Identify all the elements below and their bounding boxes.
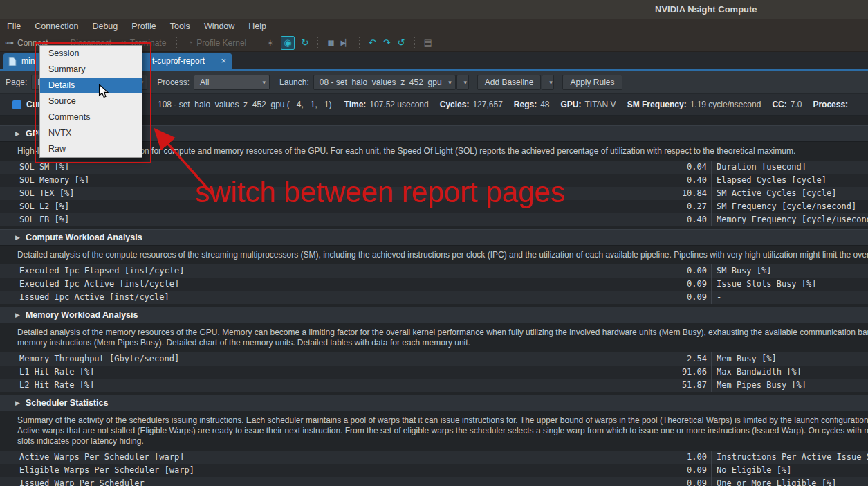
add-baseline-button[interactable]: Add Baseline: [477, 75, 542, 90]
chevron-down-icon: ▾: [549, 79, 553, 86]
metric-name: L2 Hit Rate [%]: [0, 379, 504, 392]
kernel-stat: Process:: [813, 100, 851, 109]
toolbar-separator: [359, 37, 360, 48]
metric-value: 0.09: [504, 291, 707, 304]
kernel-stat: GPU:TITAN V: [561, 100, 616, 109]
kernel-stat: Regs:48: [514, 100, 550, 109]
launch-select-value: 08 - set_halo_values_z_452_gpu: [320, 78, 442, 87]
tab-label-start: min: [21, 56, 35, 66]
metric-name-2: Mem Pipes Busy [%]: [711, 379, 868, 392]
pause-icon[interactable]: ▮▮: [327, 37, 333, 49]
report-file-icon: [8, 57, 17, 66]
auto-profile-icon[interactable]: ◉: [281, 36, 294, 50]
toolbar-separator: [257, 37, 257, 48]
kernel-stat-label: GPU:: [561, 100, 582, 109]
profile-kernel-button[interactable]: ◔Profile Kernel: [187, 37, 246, 48]
metric-value: 0.09: [504, 278, 707, 291]
metric-name-2: -: [711, 291, 868, 304]
section-description-scheduler-statistics: Summary of the activity of the scheduler…: [17, 415, 868, 447]
menu-window[interactable]: Window: [197, 19, 241, 34]
expand-triangle-icon: ▶: [15, 130, 20, 137]
run-to-next-kernel-icon[interactable]: ↶: [369, 37, 376, 49]
profile-series-icon[interactable]: ∗: [266, 37, 274, 49]
launch-dropdown-button[interactable]: ▾: [456, 75, 469, 90]
metric-name: Executed Ipc Active [inst/cycle]: [0, 278, 504, 291]
section-description-compute-workload-analysis: Detailed analysis of the compute resourc…: [17, 250, 868, 260]
profile-kernel-label: Profile Kernel: [196, 38, 246, 48]
titlebar[interactable]: NVIDIA Nsight Compute: [0, 0, 868, 19]
metric-value: 0.40: [504, 213, 707, 226]
table-row: L2 Hit Rate [%]51.87Mem Pipes Busy [%]: [0, 379, 868, 392]
process-select-value: All: [200, 78, 209, 87]
section-header-compute-workload-analysis[interactable]: ▶Compute Workload Analysis: [0, 229, 868, 246]
process-select[interactable]: All ▾: [194, 75, 270, 90]
metric-name: L1 Hit Rate [%]: [0, 366, 504, 379]
metric-name: Memory Throughput [Gbyte/second]: [0, 352, 504, 366]
baseline-color-swatch[interactable]: [12, 100, 21, 109]
metric-name-2: Duration [usecond]: [711, 161, 868, 174]
annotation-text: switch between report pages: [195, 176, 565, 209]
menu-file[interactable]: File: [0, 19, 28, 34]
metrics-table-scheduler-statistics: Active Warps Per Scheduler [warp]1.00Ins…: [0, 451, 868, 486]
apply-rules-button[interactable]: Apply Rules: [562, 75, 622, 90]
kernel-stat-label: Time:: [344, 100, 367, 109]
window-title: NVIDIA Nsight Compute: [655, 0, 757, 19]
run-to-next-api-call-icon[interactable]: ↷: [383, 37, 391, 49]
kernel-stats: 108 - set_halo_values_z_452_gpu ( 4, 1, …: [158, 100, 868, 109]
table-row: L1 Hit Rate [%]91.06Max Bandwidth [%]: [0, 366, 868, 379]
metric-value: 0.09: [504, 477, 707, 486]
chevron-down-icon: ▾: [448, 79, 452, 86]
kernel-name: 108 - set_halo_values_z_452_gpu ( 4, 1, …: [158, 100, 332, 109]
menu-debug[interactable]: Debug: [85, 19, 124, 34]
kernel-stat: SM Frequency:1.19 cycle/nsecond: [627, 100, 761, 109]
kernel-stat-value: 1.19 cycle/nsecond: [690, 100, 761, 109]
toolbar-separator: [317, 37, 318, 48]
expand-triangle-icon: ▶: [15, 312, 20, 318]
metric-name-2: SM Frequency [cycle/nsecond]: [711, 200, 868, 213]
menu-help[interactable]: Help: [241, 19, 273, 34]
kernel-stat-value: 7.0: [791, 100, 802, 109]
tab-close-icon[interactable]: ×: [221, 55, 226, 66]
menu-connection[interactable]: Connection: [28, 19, 85, 34]
metric-value: 1.00: [504, 451, 707, 464]
metric-name-2: No Eligible [%]: [711, 464, 868, 477]
menu-tools[interactable]: Tools: [163, 19, 197, 34]
toolbar-separator: [414, 37, 415, 48]
mouse-cursor: [98, 84, 109, 99]
kernel-stat-label: Regs:: [514, 100, 537, 109]
table-row: SOL FB [%]0.40Memory Frequency [cycle/us…: [0, 213, 868, 226]
kernel-stat-label: Process:: [813, 100, 848, 109]
metric-name-2: SM Busy [%]: [711, 264, 868, 278]
expand-triangle-icon: ▶: [15, 234, 20, 241]
annotation-rectangle: [35, 42, 151, 163]
section-title: Memory Workload Analysis: [26, 310, 138, 320]
metric-name-2: Instructions Per Active Issue Slot [inst…: [711, 451, 868, 464]
metric-value: 0.04: [504, 161, 707, 174]
kernel-stat-value: 48: [540, 100, 549, 109]
section-header-scheduler-statistics[interactable]: ▶Scheduler Statistics: [0, 395, 868, 411]
api-stream-icon[interactable]: ▤: [424, 37, 432, 49]
page-label: Page:: [6, 78, 27, 87]
baseline-dropdown-button[interactable]: ▾: [542, 75, 554, 90]
step-icon[interactable]: ▶▏: [340, 37, 349, 49]
tab-label-end: t-cuprof-report: [152, 56, 205, 66]
metric-name: Issued Warp Per Scheduler: [0, 477, 504, 486]
table-row: Issued Ipc Active [inst/cycle]0.09-: [0, 291, 868, 304]
metric-name-2: Memory Frequency [cycle/usecond]: [711, 213, 868, 226]
description-line: Detailed analysis of the compute resourc…: [17, 250, 868, 260]
menu-profile[interactable]: Profile: [124, 19, 163, 34]
description-line: slots indicates poor latency hiding.: [17, 436, 868, 447]
plug-icon: ⊶: [5, 37, 14, 48]
description-line: Detailed analysis of the memory resource…: [17, 327, 868, 338]
metrics-table-compute-workload-analysis: Executed Ipc Elapsed [inst/cycle]0.00SM …: [0, 264, 868, 304]
section-header-memory-workload-analysis[interactable]: ▶Memory Workload Analysis: [0, 307, 868, 323]
metric-value: 51.87: [504, 379, 707, 392]
launch-select[interactable]: 08 - set_halo_values_z_452_gpu ▾: [313, 75, 456, 90]
section-title: Compute Workload Analysis: [26, 233, 142, 242]
metric-name-2: Max Bandwidth [%]: [711, 366, 868, 379]
metric-name: Active Warps Per Scheduler [warp]: [0, 451, 504, 464]
description-line: Summary of the activity of the scheduler…: [17, 415, 868, 426]
metric-name-2: One or More Eligible [%]: [711, 477, 868, 486]
run-to-next-range-icon[interactable]: ↺: [398, 37, 405, 49]
interactive-profile-icon[interactable]: ↻: [302, 37, 309, 49]
